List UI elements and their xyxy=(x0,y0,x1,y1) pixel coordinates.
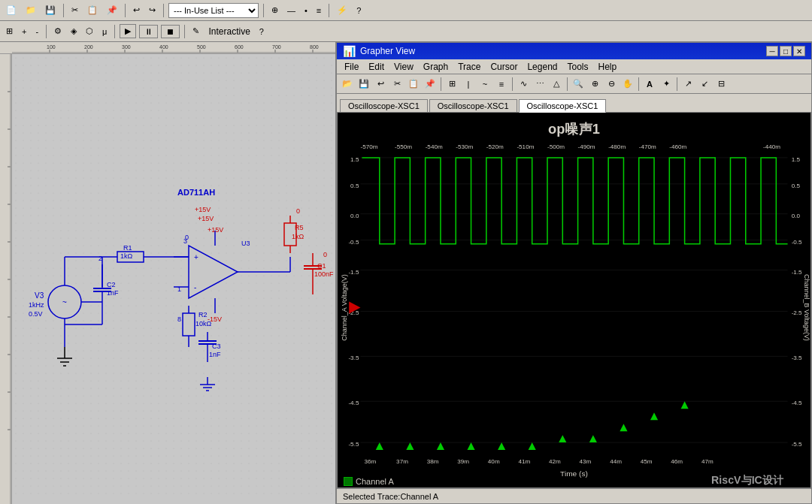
svg-text:Time (s): Time (s) xyxy=(560,469,588,478)
schematic-area: 100 200 300 400 500 600 700 xyxy=(0,42,336,504)
sim1-btn[interactable]: ⚡ xyxy=(334,4,350,17)
svg-text:100: 100 xyxy=(47,44,56,50)
svg-text:0.5: 0.5 xyxy=(350,183,359,189)
grapher-window-controls: ─ □ ✕ xyxy=(766,46,805,56)
g-import-btn[interactable]: ↙ xyxy=(697,77,712,92)
g-trace-btn[interactable]: ~ xyxy=(477,77,492,92)
svg-rect-29 xyxy=(12,54,336,497)
menu-help[interactable]: Help xyxy=(594,61,622,73)
minimize-btn[interactable]: ─ xyxy=(766,46,778,56)
zoom-in-btn[interactable]: + xyxy=(19,26,29,38)
menu-legend[interactable]: Legend xyxy=(523,61,562,73)
junction-btn[interactable]: • xyxy=(301,5,311,17)
g-wave3-btn[interactable]: △ xyxy=(549,77,564,92)
tab-0[interactable]: Oscilloscope-XSC1 xyxy=(340,99,428,112)
g-copy-btn[interactable]: 📋 xyxy=(406,77,421,92)
cut-btn[interactable]: ✂ xyxy=(68,4,81,17)
svg-text:500: 500 xyxy=(197,44,206,50)
svg-text:1.5: 1.5 xyxy=(792,156,801,163)
g-text-btn[interactable]: A xyxy=(642,77,657,92)
g-table-btn[interactable]: ⊟ xyxy=(714,77,729,92)
open-btn[interactable]: 📁 xyxy=(23,4,39,17)
g-cursor-btn[interactable]: | xyxy=(461,77,476,92)
mcu-btn[interactable]: μ xyxy=(99,26,110,38)
svg-text:100nF: 100nF xyxy=(314,270,334,278)
menu-graph[interactable]: Graph xyxy=(419,61,453,73)
run-button[interactable]: ▶ xyxy=(120,24,136,38)
graph-area[interactable]: op噪声1 -570m -550m -540m -530m -520m -510… xyxy=(337,112,811,488)
menu-file[interactable]: File xyxy=(340,61,363,73)
g-sep4 xyxy=(638,77,639,91)
svg-text:-460m: -460m xyxy=(669,143,686,150)
g-open-btn[interactable]: 📂 xyxy=(340,77,355,92)
pause-button[interactable]: ⏸ xyxy=(139,25,158,38)
save-btn[interactable]: 💾 xyxy=(42,4,59,17)
svg-text:400: 400 xyxy=(159,44,168,50)
sep3 xyxy=(163,4,164,17)
svg-text:42m: 42m xyxy=(549,458,561,465)
g-export-btn[interactable]: ↗ xyxy=(680,77,695,92)
grapher-menubar: File Edit View Graph Trace Cursor Legend… xyxy=(337,59,811,74)
g-pan[interactable]: ✋ xyxy=(620,77,635,92)
zoom-fit-btn[interactable]: ⊞ xyxy=(3,25,16,38)
menu-view[interactable]: View xyxy=(389,61,418,73)
zoom-out-btn[interactable]: - xyxy=(32,26,41,38)
svg-text:V3: V3 xyxy=(35,291,44,300)
copy-btn[interactable]: 📋 xyxy=(84,4,101,17)
help-btn[interactable]: ? xyxy=(256,26,267,38)
g-wave1-btn[interactable]: ∿ xyxy=(516,77,531,92)
menu-cursor[interactable]: Cursor xyxy=(486,61,522,73)
g-cut-btn[interactable]: ✂ xyxy=(389,77,404,92)
svg-text:Channel_A Voltage(V): Channel_A Voltage(V) xyxy=(341,274,348,340)
g-undo-btn[interactable]: ↩ xyxy=(373,77,388,92)
g-zoom-fit[interactable]: 🔍 xyxy=(571,77,586,92)
new-btn[interactable]: 📄 xyxy=(3,4,20,17)
svg-text:0: 0 xyxy=(296,207,300,215)
g-zoom-in[interactable]: ⊕ xyxy=(587,77,602,92)
ruler-left xyxy=(0,54,12,504)
wire-btn[interactable]: — xyxy=(284,5,298,17)
menu-trace[interactable]: Trace xyxy=(453,61,485,73)
svg-rect-75 xyxy=(183,313,195,336)
g-legend-btn[interactable]: ≡ xyxy=(494,77,509,92)
g-save-btn[interactable]: 💾 xyxy=(356,77,371,92)
svg-text:R2: R2 xyxy=(198,311,208,318)
g-grid-btn[interactable]: ⊞ xyxy=(444,77,459,92)
svg-text:C3: C3 xyxy=(212,343,221,350)
comp-btn[interactable]: ◈ xyxy=(68,25,80,38)
schematic-row: ~ V3 1kHz 0.5V 2 xyxy=(0,54,335,504)
menu-tools[interactable]: Tools xyxy=(562,61,592,73)
sim2-btn[interactable]: ? xyxy=(353,5,364,17)
menu-edit[interactable]: Edit xyxy=(364,61,389,73)
svg-text:C2: C2 xyxy=(107,281,116,288)
restore-btn[interactable]: □ xyxy=(780,46,792,56)
svg-text:U3: U3 xyxy=(241,240,250,247)
g-wave2-btn[interactable]: ⋯ xyxy=(532,77,547,92)
in-use-list[interactable]: --- In-Use List --- xyxy=(168,3,259,18)
grapher-statusbar: Selected Trace:Channel A xyxy=(337,488,811,503)
close-btn[interactable]: ✕ xyxy=(793,46,805,56)
g-paste-btn[interactable]: 📌 xyxy=(423,77,438,92)
place-btn[interactable]: ⊕ xyxy=(268,4,281,17)
undo-btn[interactable]: ↩ xyxy=(130,4,143,17)
svg-text:~: ~ xyxy=(62,298,67,306)
svg-text:1nF: 1nF xyxy=(107,289,119,297)
redo-btn[interactable]: ↪ xyxy=(146,4,159,17)
svg-text:10kΩ: 10kΩ xyxy=(195,320,212,327)
svg-text:36m: 36m xyxy=(365,458,377,465)
bus-btn[interactable]: ≡ xyxy=(314,5,324,17)
svg-text:200: 200 xyxy=(84,44,93,50)
tab-2[interactable]: Oscilloscope-XSC1 xyxy=(519,99,607,113)
grapher-title: Grapher View xyxy=(360,46,415,56)
grapher-tabs: Oscilloscope-XSC1 Oscilloscope-XSC1 Osci… xyxy=(337,94,811,112)
svg-text:-470m: -470m xyxy=(639,143,656,150)
sep4 xyxy=(263,4,264,17)
tab-1[interactable]: Oscilloscope-XSC1 xyxy=(429,99,517,112)
circuit-canvas[interactable]: ~ V3 1kHz 0.5V 2 xyxy=(12,54,336,504)
stop-button[interactable]: ⏹ xyxy=(161,25,180,38)
hier-btn[interactable]: ⬡ xyxy=(83,25,96,38)
prop-btn[interactable]: ⚙ xyxy=(51,25,65,38)
g-zoom-out[interactable]: ⊖ xyxy=(604,77,619,92)
g-marker-btn[interactable]: ✦ xyxy=(659,77,674,92)
paste-btn[interactable]: 📌 xyxy=(104,4,120,17)
